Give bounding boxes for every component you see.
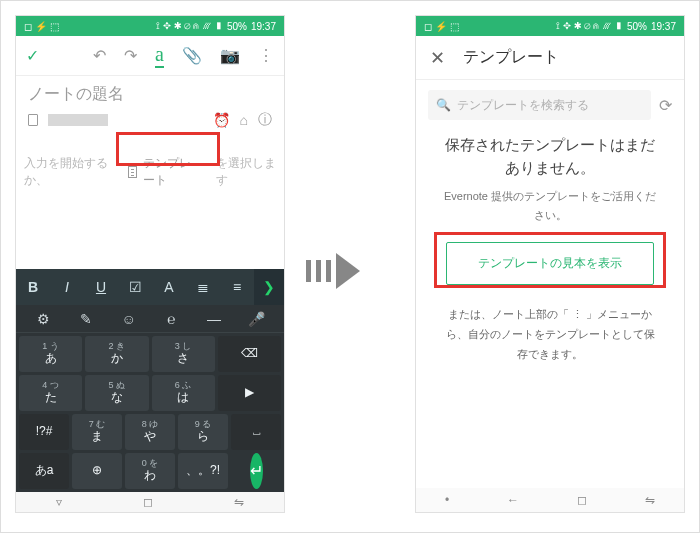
nav-home[interactable]: ◻: [577, 493, 587, 507]
show-samples-button[interactable]: テンプレートの見本を表示: [446, 242, 654, 285]
key-punct[interactable]: 、。?!: [178, 453, 228, 489]
reminder-icon[interactable]: ⏰: [213, 112, 230, 128]
kbd-rows: 1 うあ 2 きか 3 しさ ⌫ 4 つた 5 ぬな 6 ふは ▶ !?# 7 …: [16, 333, 284, 492]
nav-back[interactable]: ←: [507, 493, 519, 507]
note-title-area[interactable]: ノートの題名 ⏰ ⌂ ⓘ: [16, 76, 284, 135]
format-bar: B I U ☑ A ≣ ≡ ❯: [16, 269, 284, 305]
fmt-checklist[interactable]: ☑: [118, 279, 152, 295]
status-left-icons: ◻ ⚡ ⬚: [24, 21, 59, 32]
key-ra[interactable]: 9 るら: [178, 414, 228, 450]
search-icon: 🔍: [436, 98, 451, 112]
status-right-icons: ⟟ ✥ ✱ ⌀ ⋒ ⫻ ▮: [156, 20, 223, 32]
key-ta[interactable]: 4 つた: [19, 375, 82, 411]
search-row: 🔍 テンプレートを検索する ⟳: [416, 80, 684, 130]
key-next[interactable]: ▶: [218, 375, 281, 411]
templates-header: ✕ テンプレート: [416, 36, 684, 80]
key-wa[interactable]: 0 をわ: [125, 453, 175, 489]
camera-icon[interactable]: 📷: [220, 46, 240, 65]
key-a[interactable]: 1 うあ: [19, 336, 82, 372]
search-input[interactable]: 🔍 テンプレートを検索する: [428, 90, 651, 120]
fmt-font[interactable]: A: [152, 279, 186, 295]
fmt-bullets[interactable]: ≣: [186, 279, 220, 295]
fmt-bold[interactable]: B: [16, 279, 50, 295]
key-globe[interactable]: ⊕: [72, 453, 122, 489]
key-backspace[interactable]: ⌫: [218, 336, 281, 372]
phone-editor: ◻ ⚡ ⬚ ⟟ ✥ ✱ ⌀ ⋒ ⫻ ▮ 50% 19:37 ✓ ↶ ↷ a 📎 …: [15, 15, 285, 513]
kbd-tool-emoji[interactable]: ☺: [107, 311, 150, 327]
attach-icon[interactable]: 📎: [182, 46, 202, 65]
status-right-icons: ⟟ ✥ ✱ ⌀ ⋒ ⫻ ▮: [556, 20, 623, 32]
key-ya[interactable]: 8 ゆや: [125, 414, 175, 450]
android-navbar: • ← ◻ ⇋: [416, 488, 684, 512]
nav-dot[interactable]: •: [445, 493, 449, 507]
empty-subtitle: Evernote 提供のテンプレートをご活用ください。: [440, 187, 660, 224]
more-icon[interactable]: ⋮: [258, 46, 274, 65]
status-bar: ◻ ⚡ ⬚ ⟟ ✥ ✱ ⌀ ⋒ ⫻ ▮ 50% 19:37: [16, 16, 284, 36]
key-symbols[interactable]: !?#: [19, 414, 69, 450]
key-enter-wrap: ↵: [231, 453, 281, 489]
fmt-italic[interactable]: I: [50, 279, 84, 295]
fmt-more-icon[interactable]: ❯: [254, 269, 284, 305]
kbd-toolrow: ⚙ ✎ ☺ ℮ — 🎤: [16, 305, 284, 333]
nav-home[interactable]: ◻: [143, 495, 153, 509]
status-bar: ◻ ⚡ ⬚ ⟟ ✥ ✱ ⌀ ⋒ ⫻ ▮ 50% 19:37: [416, 16, 684, 36]
fmt-underline[interactable]: U: [84, 279, 118, 295]
text-style-icon[interactable]: a: [155, 44, 164, 68]
status-battery: 50%: [627, 21, 647, 32]
status-time: 19:37: [251, 21, 276, 32]
nav-back[interactable]: ▿: [56, 495, 62, 509]
status-time: 19:37: [651, 21, 676, 32]
editor-body[interactable]: 入力を開始するか、 テンプレート を選択します: [16, 135, 284, 193]
kbd-tool-stylus[interactable]: ✎: [65, 311, 108, 327]
android-navbar: ▿ ◻ ⇋: [16, 492, 284, 512]
transition-arrow: [306, 249, 406, 293]
key-enter[interactable]: ↵: [250, 453, 263, 489]
keyboard: ⚙ ✎ ☺ ℮ — 🎤 1 うあ 2 きか 3 しさ ⌫ 4 つた 5 ぬな 6…: [16, 305, 284, 492]
tag-icon[interactable]: ⌂: [240, 112, 248, 128]
body-suffix: を選択します: [216, 155, 276, 189]
undo-icon[interactable]: ↶: [93, 46, 106, 65]
kbd-tool-dash[interactable]: —: [193, 311, 236, 327]
phone-templates: ◻ ⚡ ⬚ ⟟ ✥ ✱ ⌀ ⋒ ⫻ ▮ 50% 19:37 ✕ テンプレート 🔍…: [415, 15, 685, 513]
key-space[interactable]: ⎵: [231, 414, 281, 450]
body-prefix: 入力を開始するか、: [24, 155, 114, 189]
kbd-tool-mic[interactable]: 🎤: [235, 311, 278, 327]
key-ma[interactable]: 7 むま: [72, 414, 122, 450]
empty-state: 保存されたテンプレートはまだありません。 Evernote 提供のテンプレートを…: [416, 130, 684, 228]
redo-icon[interactable]: ↷: [124, 46, 137, 65]
close-icon[interactable]: ✕: [430, 47, 445, 69]
confirm-icon[interactable]: ✓: [26, 46, 39, 65]
nav-recents[interactable]: ⇋: [645, 493, 655, 507]
empty-title: 保存されたテンプレートはまだありません。: [440, 134, 660, 179]
hint-text: または、ノート上部の「 ⋮ 」メニューから、自分のノートをテンプレートとして保存…: [416, 299, 684, 370]
kbd-tool-settings[interactable]: ⚙: [22, 311, 65, 327]
search-placeholder: テンプレートを検索する: [457, 97, 589, 114]
notebook-name-placeholder: [48, 114, 108, 126]
template-chip[interactable]: テンプレート: [120, 151, 210, 193]
key-sa[interactable]: 3 しさ: [152, 336, 215, 372]
notebook-icon[interactable]: [28, 114, 38, 126]
note-title-placeholder: ノートの題名: [28, 84, 272, 105]
key-na[interactable]: 5 ぬな: [85, 375, 148, 411]
status-battery: 50%: [227, 21, 247, 32]
refresh-icon[interactable]: ⟳: [659, 96, 672, 115]
kbd-tool-predict[interactable]: ℮: [150, 311, 193, 327]
key-ka[interactable]: 2 きか: [85, 336, 148, 372]
status-left-icons: ◻ ⚡ ⬚: [424, 21, 459, 32]
fmt-numbers[interactable]: ≡: [220, 279, 254, 295]
template-icon: [128, 166, 137, 178]
key-mode[interactable]: あa: [19, 453, 69, 489]
nav-recents[interactable]: ⇋: [234, 495, 244, 509]
template-chip-label: テンプレート: [143, 155, 202, 189]
key-ha[interactable]: 6 ふは: [152, 375, 215, 411]
info-icon[interactable]: ⓘ: [258, 111, 272, 129]
templates-title: テンプレート: [463, 47, 559, 68]
editor-toolbar: ✓ ↶ ↷ a 📎 📷 ⋮: [16, 36, 284, 76]
sample-button-wrap: テンプレートの見本を表示: [416, 228, 684, 299]
